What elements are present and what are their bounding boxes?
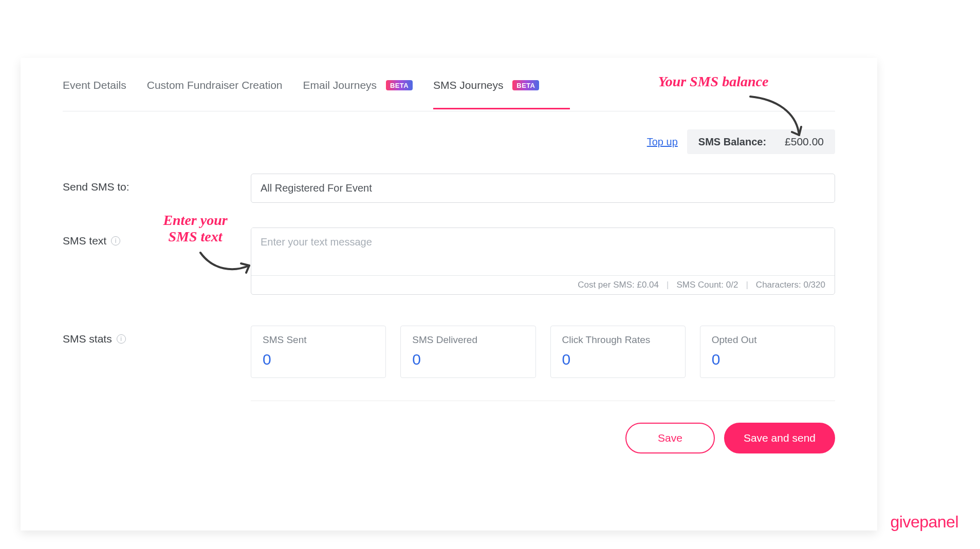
topup-link[interactable]: Top up [647,136,678,148]
stat-card-ctr: Click Through Rates 0 [550,326,686,378]
info-icon[interactable]: i [111,236,120,245]
info-icon[interactable]: i [117,334,126,344]
row-sms-stats: SMS stats i SMS Sent 0 SMS Delivered 0 [63,326,835,378]
row-send-sms-to: Send SMS to: All Registered For Event [63,174,835,203]
sms-text-field-wrap: Cost per SMS: £0.04 | SMS Count: 0/2 | C… [251,228,835,295]
beta-badge: BETA [386,80,413,90]
sms-stats-label: SMS stats i [63,326,251,345]
stat-card-sms-delivered: SMS Delivered 0 [400,326,535,378]
stat-label: SMS Sent [263,334,374,346]
tab-label: SMS Journeys [433,79,504,91]
meta-separator: | [746,280,748,290]
balance-row: Top up SMS Balance: £500.00 [63,129,835,154]
settings-panel: Event Details Custom Fundraiser Creation… [21,58,877,531]
sms-balance-label: SMS Balance: [698,136,766,148]
stat-card-sms-sent: SMS Sent 0 [251,326,386,378]
sms-text-label-text: SMS text [63,235,106,247]
row-sms-text: SMS text i Cost per SMS: £0.04 | SMS Cou… [63,228,835,295]
stat-label: SMS Delivered [412,334,524,346]
givepanel-logo: givepanel [891,513,959,532]
send-sms-to-label: Send SMS to: [63,174,251,193]
footer-actions: Save Save and send [63,423,835,453]
stat-label: Click Through Rates [562,334,674,346]
meta-separator: | [667,280,669,290]
meta-cost: Cost per SMS: £0.04 [578,280,659,290]
active-tab-underline [433,108,570,109]
tab-email-journeys[interactable]: Email Journeys BETA [303,60,413,109]
stat-card-opted-out: Opted Out 0 [700,326,835,378]
stat-value: 0 [712,351,823,368]
sms-text-label: SMS text i [63,228,251,247]
tab-custom-fundraiser-creation[interactable]: Custom Fundraiser Creation [147,60,283,109]
tab-event-details[interactable]: Event Details [63,60,126,109]
beta-badge: BETA [512,80,539,90]
sms-text-input[interactable] [251,228,835,273]
save-button[interactable]: Save [625,423,715,453]
meta-count: SMS Count: 0/2 [676,280,738,290]
stat-value: 0 [263,351,374,368]
stat-label: Opted Out [712,334,823,346]
sms-balance-value: £500.00 [785,136,824,148]
stat-value: 0 [562,351,674,368]
send-sms-to-select[interactable]: All Registered For Event [251,174,835,203]
sms-balance-box: SMS Balance: £500.00 [687,129,835,154]
tab-bar: Event Details Custom Fundraiser Creation… [63,58,835,111]
footer-divider [251,401,835,401]
save-and-send-button[interactable]: Save and send [724,423,835,453]
tab-label: Email Journeys [303,79,377,91]
meta-chars: Characters: 0/320 [756,280,825,290]
tab-sms-journeys[interactable]: SMS Journeys BETA [433,60,539,109]
stat-value: 0 [412,351,524,368]
sms-text-meta: Cost per SMS: £0.04 | SMS Count: 0/2 | C… [251,275,835,294]
sms-stats-label-text: SMS stats [63,333,112,345]
